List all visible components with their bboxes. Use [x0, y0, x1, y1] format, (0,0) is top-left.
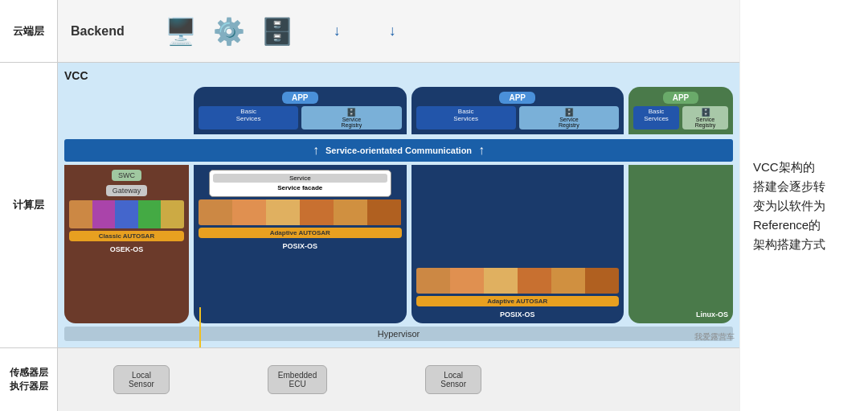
posix2-basic-services: BasicServices	[416, 106, 516, 129]
monitor-icon: 🖥️	[165, 16, 197, 47]
ecu-posix1-bottom: Service Service facade Adaptive AUT	[194, 165, 407, 323]
vcc-area: VCC APP BasicServices 🗄️ ServiceRegistry…	[58, 63, 739, 348]
backend-label: Backend	[71, 24, 125, 39]
main-content: Backend 🖥️ ⚙️ 🗄️ ↓ ↓ VCC APP BasicServic…	[58, 0, 739, 411]
service-facade-popup: Service Service facade	[209, 170, 391, 197]
ecu-linux-top: APP BasicServices 🗄️ ServiceRegistry	[628, 87, 733, 134]
sensor-row: LocalSensor EmbeddedECU LocalSensor	[58, 348, 739, 411]
sensor-local-1: LocalSensor	[113, 365, 170, 394]
ecu-posix2-bottom: Adaptive AUTOSAR POSIX-OS	[411, 165, 624, 323]
ecu-card-osek-top	[64, 87, 189, 134]
posix1-registry-icon: 🗄️	[346, 108, 356, 117]
linux-registry-icon: 🗄️	[701, 108, 710, 117]
posix2-service-registry: 🗄️ ServiceRegistry	[519, 106, 619, 129]
ecu-posix1-top: APP BasicServices 🗄️ ServiceRegistry	[194, 87, 407, 134]
posix1-os-label: POSIX-OS	[282, 242, 317, 250]
right-description: VCC架构的 搭建会逐步转 变为以软件为 Reference的 架构搭建方式	[753, 158, 855, 254]
posix2-services-row: BasicServices 🗄️ ServiceRegistry	[416, 106, 620, 129]
left-labels: 云端层 计算层 传感器层 执行器层	[0, 0, 58, 411]
posix2-autosar-blocks	[416, 268, 620, 294]
watermark: 我爱露营车	[694, 331, 735, 343]
database-icon: 🗄️	[261, 16, 293, 47]
soc-arrow-right: ↑	[478, 143, 485, 158]
soc-arrow-left: ↑	[313, 143, 319, 158]
ecu-posix2-top: APP BasicServices 🗄️ ServiceRegistry	[411, 87, 624, 134]
linux-services-row: BasicServices 🗄️ ServiceRegistry	[633, 106, 728, 129]
service-popup-label: Service	[213, 174, 387, 183]
linux-app-label: APP	[663, 92, 699, 104]
posix2-registry-icon: 🗄️	[564, 108, 574, 117]
service-facade-label: Service facade	[213, 184, 387, 191]
right-panel: VCC架构的 搭建会逐步转 变为以软件为 Reference的 架构搭建方式	[739, 0, 868, 411]
posix1-autosar-blocks	[199, 199, 402, 225]
backend-icons: 🖥️ ⚙️ 🗄️	[165, 16, 293, 47]
yellow-line	[199, 307, 201, 347]
backend-arrows: ↓ ↓	[334, 23, 396, 39]
soc-bar: ↑ Service-orientated Communication ↑	[64, 139, 733, 162]
posix2-os-label: POSIX-OS	[500, 310, 535, 319]
hypervisor-bar: Hypervisor	[64, 327, 733, 341]
osek-autosar-blocks	[69, 200, 184, 228]
sensor-local-2: LocalSensor	[425, 365, 481, 394]
posix1-autosar-label: Adaptive AUTOSAR	[199, 228, 402, 238]
posix1-service-registry: 🗄️ ServiceRegistry	[301, 106, 401, 129]
posix2-app-label: APP	[499, 92, 535, 104]
osek-os-label: OSEK-OS	[110, 245, 144, 253]
sensor-layer-label: 传感器层 执行器层	[0, 348, 57, 411]
ecu-linux-bottom: Linux-OS	[628, 165, 733, 323]
posix1-basic-services: BasicServices	[199, 106, 298, 129]
soc-bar-label: Service-orientated Communication	[326, 146, 472, 155]
linux-os-label: Linux-OS	[696, 310, 728, 319]
ecu-top-row: APP BasicServices 🗄️ ServiceRegistry APP…	[64, 87, 733, 134]
backend-row: Backend 🖥️ ⚙️ 🗄️ ↓ ↓	[58, 0, 739, 63]
linux-basic-services: BasicServices	[633, 106, 679, 129]
cloud-layer-label: 云端层	[0, 0, 57, 63]
compute-layer-label: 计算层	[0, 63, 57, 348]
posix1-app-label: APP	[282, 92, 318, 104]
vcc-title: VCC	[64, 69, 733, 82]
gateway-label: Gateway	[106, 185, 148, 196]
posix1-registry-label: ServiceRegistry	[342, 117, 362, 128]
ecu-bottom-row: SWC Gateway Classic AUTOSAR OSEK-OS	[64, 165, 733, 323]
ecu-osek-bottom: SWC Gateway Classic AUTOSAR OSEK-OS	[64, 165, 189, 323]
posix2-registry-label: ServiceRegistry	[559, 117, 579, 128]
osek-autosar-label: Classic AUTOSAR	[69, 231, 184, 241]
sensor-embedded-ecu: EmbeddedECU	[268, 365, 327, 394]
settings-icon: ⚙️	[213, 16, 245, 47]
posix1-services-row: BasicServices 🗄️ ServiceRegistry	[199, 106, 402, 129]
swc-label: SWC	[112, 170, 141, 181]
linux-service-registry: 🗄️ ServiceRegistry	[682, 106, 728, 129]
linux-registry-label: ServiceRegistry	[695, 117, 716, 128]
posix2-autosar-label: Adaptive AUTOSAR	[416, 296, 620, 306]
